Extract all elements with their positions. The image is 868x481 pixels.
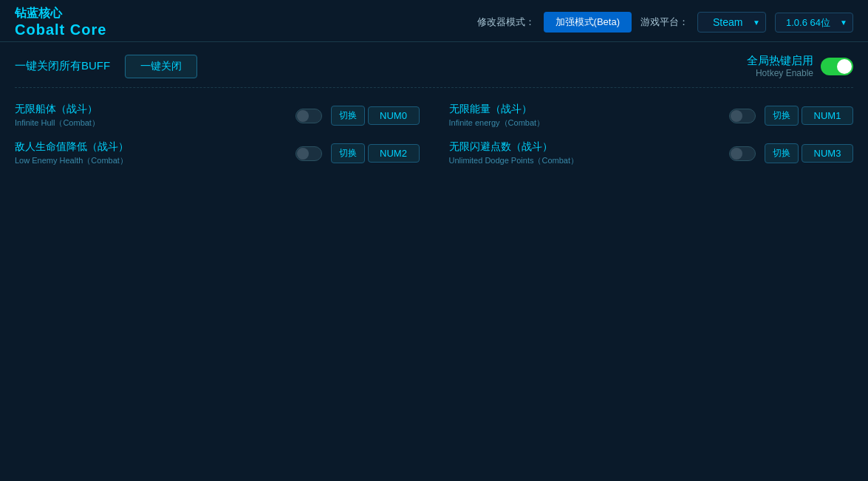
mode-button[interactable]: 加强模式(Beta) (544, 12, 632, 33)
version-select-wrapper: 1.0.6 64位 (775, 13, 853, 33)
header: 钻蓝核心 Cobalt Core 修改器模式： 加强模式(Beta) 游戏平台：… (0, 0, 868, 42)
switch-btn-2[interactable]: 切换 (331, 143, 365, 163)
buff-name-en-0: Infinite Hull（Combat） (15, 117, 287, 129)
buff-grid: 无限船体（战斗） Infinite Hull（Combat） 切换 NUM0 无… (15, 103, 853, 166)
buff-name-cn-3: 无限闪避点数（战斗） (449, 140, 721, 154)
buff-name-en-3: Unlimited Dodge Points（Combat） (449, 155, 721, 166)
header-right: 修改器模式： 加强模式(Beta) 游戏平台： Steam Epic GOG 1… (477, 12, 853, 33)
key-group-0: 切换 NUM0 (331, 106, 420, 126)
buff-item-infinite-energy: 无限能量（战斗） Infinite energy（Combat） 切换 NUM1 (449, 103, 854, 129)
key-group-2: 切换 NUM2 (331, 143, 420, 163)
mode-label: 修改器模式： (477, 16, 535, 29)
buff-toggle-0[interactable] (295, 109, 322, 123)
key-label-0: NUM0 (368, 106, 420, 125)
key-group-1: 切换 NUM1 (765, 106, 853, 126)
platform-select[interactable]: Steam Epic GOG (697, 12, 766, 33)
buff-item-infinite-hull: 无限船体（战斗） Infinite Hull（Combat） 切换 NUM0 (15, 103, 420, 129)
hotkey-toggle[interactable] (821, 58, 853, 75)
version-select[interactable]: 1.0.6 64位 (775, 13, 853, 33)
key-label-1: NUM1 (802, 106, 853, 125)
platform-select-wrapper: Steam Epic GOG (697, 12, 766, 33)
buff-item-low-enemy-health: 敌人生命值降低（战斗） Low Enemy Health（Combat） 切换 … (15, 140, 420, 166)
app-title-cn: 钻蓝核心 (15, 6, 106, 21)
top-row-right: 全局热键启用 Hotkey Enable (747, 54, 853, 78)
buff-toggle-1[interactable] (729, 109, 756, 123)
buff-toggle-2[interactable] (295, 146, 322, 161)
buff-labels-unlimited-dodge: 无限闪避点数（战斗） Unlimited Dodge Points（Combat… (449, 140, 721, 166)
switch-btn-3[interactable]: 切换 (765, 143, 799, 163)
buff-name-en-2: Low Enemy Health（Combat） (15, 155, 287, 166)
main-content: 一键关闭所有BUFF 一键关闭 全局热键启用 Hotkey Enable 无限船… (0, 42, 868, 481)
disable-all-button[interactable]: 一键关闭 (125, 55, 197, 78)
switch-btn-0[interactable]: 切换 (331, 106, 365, 126)
disable-all-label: 一键关闭所有BUFF (15, 59, 110, 73)
key-group-3: 切换 NUM3 (765, 143, 853, 163)
app-container: 钻蓝核心 Cobalt Core 修改器模式： 加强模式(Beta) 游戏平台：… (0, 0, 868, 481)
buff-labels-infinite-energy: 无限能量（战斗） Infinite energy（Combat） (449, 103, 721, 129)
header-left: 钻蓝核心 Cobalt Core (15, 6, 106, 38)
buff-name-en-1: Infinite energy（Combat） (449, 117, 721, 129)
hotkey-label-cn: 全局热键启用 (747, 54, 813, 68)
switch-btn-1[interactable]: 切换 (765, 106, 799, 126)
top-row: 一键关闭所有BUFF 一键关闭 全局热键启用 Hotkey Enable (15, 54, 853, 88)
app-title-en: Cobalt Core (15, 21, 106, 38)
key-label-3: NUM3 (802, 144, 853, 163)
key-label-2: NUM2 (368, 144, 420, 163)
buff-item-unlimited-dodge: 无限闪避点数（战斗） Unlimited Dodge Points（Combat… (449, 140, 854, 166)
buff-name-cn-2: 敌人生命值降低（战斗） (15, 140, 287, 154)
platform-label: 游戏平台： (640, 16, 688, 29)
hotkey-text: 全局热键启用 Hotkey Enable (747, 54, 813, 78)
top-row-left: 一键关闭所有BUFF 一键关闭 (15, 55, 197, 78)
buff-labels-low-enemy-health: 敌人生命值降低（战斗） Low Enemy Health（Combat） (15, 140, 287, 166)
hotkey-label-en: Hotkey Enable (756, 68, 813, 78)
buff-name-cn-0: 无限船体（战斗） (15, 103, 287, 116)
buff-toggle-3[interactable] (729, 146, 756, 161)
buff-labels-infinite-hull: 无限船体（战斗） Infinite Hull（Combat） (15, 103, 287, 129)
buff-name-cn-1: 无限能量（战斗） (449, 103, 721, 116)
